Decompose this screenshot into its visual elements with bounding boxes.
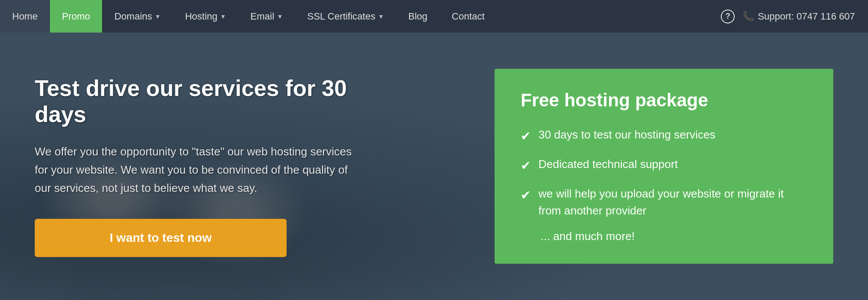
support-label: Support: 0747 116 607 xyxy=(758,11,855,22)
nav-label-hosting: Hosting xyxy=(185,11,218,22)
navbar: Home Promo Domains ▼ Hosting ▼ Email ▼ S… xyxy=(0,0,868,33)
list-item-text-1: 30 days to test our hosting services xyxy=(538,126,716,143)
cta-button[interactable]: I want to test now xyxy=(35,219,287,257)
promo-panel-more: ... and much more! xyxy=(521,230,807,243)
hero-content: Test drive our services for 30 days We o… xyxy=(0,76,391,257)
nav-item-hosting[interactable]: Hosting ▼ xyxy=(173,0,238,33)
phone-icon: 📞 xyxy=(743,11,754,22)
list-item-text-2: Dedicated technical support xyxy=(538,156,678,173)
list-item: ✔ we will help you upload your website o… xyxy=(521,185,807,219)
nav-label-blog: Blog xyxy=(408,11,427,22)
check-icon-3: ✔ xyxy=(521,186,531,204)
nav-label-home: Home xyxy=(12,11,38,22)
nav-label-ssl: SSL Certificates xyxy=(307,11,375,22)
hero-description: We offer you the opportunity to "taste" … xyxy=(35,143,356,197)
hero-title: Test drive our services for 30 days xyxy=(35,76,356,128)
nav-label-domains: Domains xyxy=(114,11,152,22)
dropdown-arrow-domains: ▼ xyxy=(155,13,161,20)
hero-section: Test drive our services for 30 days We o… xyxy=(0,33,868,300)
check-icon-1: ✔ xyxy=(521,127,531,145)
nav-item-domains[interactable]: Domains ▼ xyxy=(102,0,173,33)
dropdown-arrow-hosting: ▼ xyxy=(220,13,226,20)
support-info: 📞 Support: 0747 116 607 xyxy=(743,11,855,22)
nav-item-home[interactable]: Home xyxy=(0,0,50,33)
nav-item-ssl[interactable]: SSL Certificates ▼ xyxy=(295,0,396,33)
nav-label-email: Email xyxy=(251,11,274,22)
dropdown-arrow-ssl: ▼ xyxy=(378,13,384,20)
promo-panel-list: ✔ 30 days to test our hosting services ✔… xyxy=(521,126,807,219)
nav-item-email[interactable]: Email ▼ xyxy=(238,0,295,33)
dropdown-arrow-email: ▼ xyxy=(277,13,283,20)
nav-label-contact: Contact xyxy=(452,11,485,22)
promo-panel-title: Free hosting package xyxy=(521,90,807,111)
nav-item-promo[interactable]: Promo xyxy=(50,0,102,33)
list-item: ✔ Dedicated technical support xyxy=(521,156,807,175)
list-item-text-3: we will help you upload your website or … xyxy=(538,185,807,219)
list-item: ✔ 30 days to test our hosting services xyxy=(521,126,807,145)
nav-menu: Home Promo Domains ▼ Hosting ▼ Email ▼ S… xyxy=(0,0,708,33)
nav-item-blog[interactable]: Blog xyxy=(396,0,439,33)
nav-label-promo: Promo xyxy=(62,11,90,22)
help-icon[interactable]: ? xyxy=(721,10,735,23)
promo-panel: Free hosting package ✔ 30 days to test o… xyxy=(495,69,833,264)
nav-right: ? 📞 Support: 0747 116 607 xyxy=(708,0,868,33)
check-icon-2: ✔ xyxy=(521,157,531,175)
nav-item-contact[interactable]: Contact xyxy=(439,0,497,33)
